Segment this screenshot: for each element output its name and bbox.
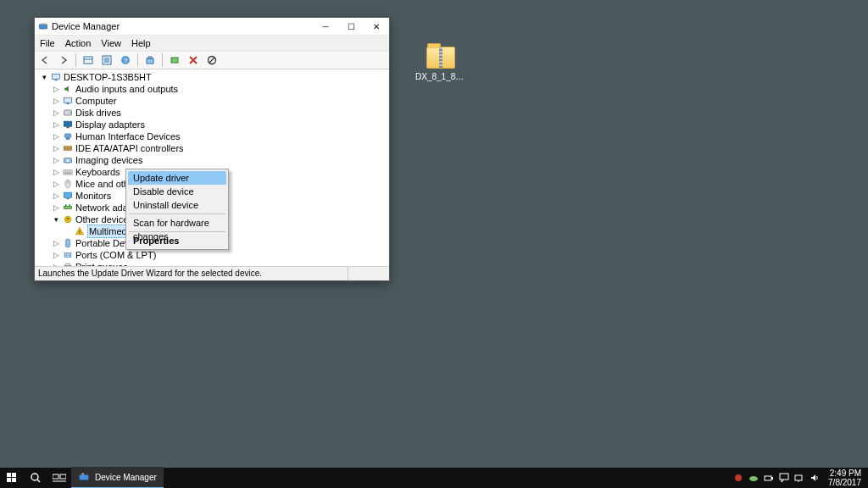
tree-node[interactable]: ▷IDE ATA/ATAPI controllers <box>36 142 389 154</box>
taskbar-clock[interactable]: 2:49 PM 7/8/2017 <box>825 469 865 487</box>
statusbar: Launches the Update Driver Wizard for th… <box>35 266 389 280</box>
toolbar-help-button[interactable]: ? <box>117 52 134 69</box>
svg-rect-13 <box>171 58 178 63</box>
expander-icon[interactable]: ▷ <box>52 156 60 164</box>
tree-node-label: Imaging devices <box>75 154 143 166</box>
context-menu-properties[interactable]: Properties <box>128 234 226 247</box>
ports-icon <box>62 250 74 260</box>
menu-file[interactable]: File <box>38 38 57 48</box>
tree-root[interactable]: ▾DESKTOP-1S3B5HT <box>36 71 389 83</box>
svg-text:!: ! <box>79 230 81 235</box>
toolbar-update-driver-button[interactable] <box>166 52 183 69</box>
window-title: Device Manager <box>52 21 313 31</box>
ide-icon <box>62 143 74 153</box>
expander-icon[interactable]: ▷ <box>52 191 60 200</box>
clock-time: 2:49 PM <box>828 469 861 478</box>
status-text: Launches the Update Driver Wizard for th… <box>38 267 262 280</box>
system-tray: 2:49 PM 7/8/2017 <box>733 469 868 487</box>
tree-node[interactable]: ▷Disk drives <box>36 107 389 119</box>
task-view-button[interactable] <box>47 468 71 488</box>
minimize-button[interactable]: ─ <box>313 18 338 35</box>
tree-node-label: Keyboards <box>75 166 120 178</box>
tray-icon-av[interactable] <box>733 473 743 483</box>
audio-icon <box>62 84 74 94</box>
tray-icon-onedrive[interactable] <box>748 473 759 483</box>
tree-node[interactable]: ▷Imaging devices <box>36 154 389 166</box>
expander-icon[interactable]: ▷ <box>52 132 60 141</box>
taskbar: Device Manager 2:49 PM 7/8/2017 <box>0 468 868 488</box>
hid-icon <box>62 131 74 141</box>
tree-node-label: Print queues <box>75 261 128 266</box>
menu-view[interactable]: View <box>99 38 123 48</box>
keyboard-icon <box>62 167 74 177</box>
other-icon: ? <box>62 214 74 225</box>
toolbar-disable-button[interactable] <box>203 52 220 69</box>
tree-node[interactable]: ▷Ports (COM & LPT) <box>36 249 389 261</box>
expander-icon[interactable]: ▷ <box>52 251 60 259</box>
warn-icon: ! <box>74 226 86 236</box>
svg-rect-43 <box>66 240 70 247</box>
expander-icon[interactable]: ▷ <box>52 239 60 247</box>
expander-icon[interactable]: ▷ <box>52 168 60 176</box>
tree-node-label: Computer <box>75 95 116 107</box>
taskbar-app-device-manager[interactable]: Device Manager <box>71 467 164 488</box>
toolbar-show-hidden-button[interactable] <box>80 52 97 69</box>
svg-rect-23 <box>67 127 70 128</box>
svg-point-21 <box>70 112 71 114</box>
expander-icon[interactable]: ▷ <box>52 85 60 93</box>
desktop-folder[interactable]: DX_8_1_8_1... <box>415 47 466 81</box>
expander-icon[interactable]: ▷ <box>52 108 60 117</box>
tree-node[interactable]: ▷Audio inputs and outputs <box>36 83 389 95</box>
imaging-icon <box>62 155 74 165</box>
context-menu-update-driver[interactable]: Update driver <box>128 171 226 185</box>
tree-node[interactable]: ▷Computer <box>36 95 389 107</box>
context-menu-uninstall-device[interactable]: Uninstall device <box>128 198 226 212</box>
toolbar-uninstall-button[interactable] <box>185 52 202 69</box>
tree-node-label: Display adapters <box>75 119 145 130</box>
svg-text:?: ? <box>124 57 128 64</box>
svg-point-75 <box>749 476 758 481</box>
context-menu: Update driver Disable device Uninstall d… <box>125 169 229 250</box>
tree-node-label: IDE ATA/ATAPI controllers <box>75 142 184 154</box>
svg-rect-17 <box>55 80 58 80</box>
start-button[interactable] <box>0 468 24 488</box>
expander-icon[interactable]: ▷ <box>52 120 60 129</box>
context-menu-disable-device[interactable]: Disable device <box>128 185 226 198</box>
titlebar[interactable]: Device Manager ─ ☐ ✕ <box>35 18 389 36</box>
expander-icon[interactable]: ▾ <box>40 73 48 81</box>
context-menu-scan-hardware[interactable]: Scan for hardware changes <box>128 216 226 230</box>
svg-point-2 <box>44 23 46 25</box>
svg-rect-44 <box>64 253 71 258</box>
menu-help[interactable]: Help <box>130 38 153 48</box>
svg-point-74 <box>735 474 742 481</box>
expander-icon[interactable] <box>64 227 72 236</box>
taskbar-search-button[interactable] <box>24 468 47 488</box>
tree-node[interactable]: ▷Human Interface Devices <box>36 130 389 142</box>
tree-node[interactable]: ▷Print queues <box>36 261 389 266</box>
expander-icon[interactable]: ▾ <box>52 215 60 224</box>
expander-icon[interactable]: ▷ <box>52 180 60 188</box>
svg-rect-39 <box>70 204 71 206</box>
expander-icon[interactable]: ▷ <box>52 97 60 105</box>
tree-node[interactable]: ▷Display adapters <box>36 119 389 130</box>
expander-icon[interactable]: ▷ <box>52 203 60 212</box>
toolbar-scan-button[interactable] <box>142 52 159 69</box>
tree-node-label: DESKTOP-1S3B5HT <box>64 71 152 83</box>
svg-rect-77 <box>771 477 773 480</box>
toolbar-back-button[interactable] <box>36 52 53 69</box>
maximize-button[interactable]: ☐ <box>338 18 364 35</box>
tray-icon-volume[interactable] <box>810 473 820 483</box>
toolbar-properties-button[interactable] <box>98 52 115 69</box>
tray-icon-power[interactable] <box>764 473 774 483</box>
tray-icon-action-center[interactable] <box>779 473 789 483</box>
expander-icon[interactable]: ▷ <box>52 263 60 266</box>
expander-icon[interactable]: ▷ <box>52 144 60 152</box>
svg-rect-22 <box>64 121 72 126</box>
toolbar-forward-button[interactable] <box>55 52 72 69</box>
menu-action[interactable]: Action <box>64 38 93 48</box>
task-view-icon <box>53 473 66 483</box>
search-icon <box>30 472 42 484</box>
svg-point-45 <box>66 254 68 256</box>
tray-icon-network[interactable] <box>794 473 804 483</box>
close-button[interactable]: ✕ <box>364 18 389 35</box>
